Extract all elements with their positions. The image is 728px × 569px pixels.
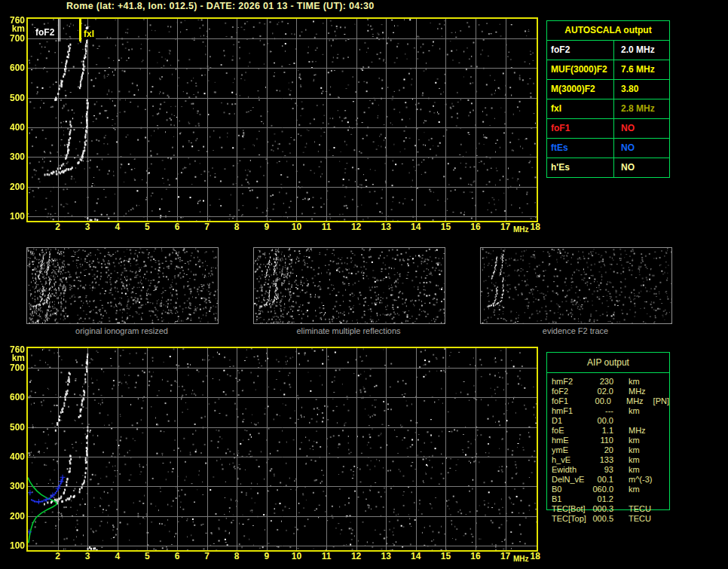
x-tick-label-bottom: 14	[406, 552, 426, 561]
aip-value: 1.1	[591, 426, 613, 436]
aip-row-TEC[Top]: TEC[Top]000.5TECU	[547, 514, 669, 524]
autoscala-row-fxI: fxI2.8 MHz	[547, 99, 669, 119]
aip-value: 133	[591, 455, 613, 465]
x-tick-label-bottom: 8	[227, 552, 246, 561]
autoscala-row-foF1: foF1NO	[547, 119, 669, 139]
autoscala-param-value: 7.6 MHz	[614, 60, 669, 79]
aip-table-rows: hmF2230kmfoF202.0MHzfoF100.0MHz[PN]hmF1-…	[547, 373, 669, 524]
autoscala-param-value: NO	[614, 119, 669, 138]
bottom-ionogram-plot	[26, 347, 538, 552]
aip-row-ymE: ymE20km	[547, 445, 669, 455]
aip-row-foF1: foF100.0MHz[PN]	[547, 396, 669, 406]
y-tick-label-top: 300	[2, 152, 25, 161]
y-tick-label-top: 100	[2, 212, 25, 221]
autoscala-param-label: ftEs	[547, 139, 614, 158]
autoscala-row-ftEs: ftEsNO	[547, 139, 669, 158]
x-tick-label-top: 5	[137, 222, 157, 232]
y-tick-label-bottom: 500	[2, 423, 25, 432]
autoscala-row-MUF(3000)F2: MUF(3000)F27.6 MHz	[547, 60, 669, 80]
autoscala-param-label: fxI	[547, 99, 614, 118]
aip-value: 060.0	[591, 485, 613, 494]
x-axis-unit-bottom: MHz	[513, 555, 529, 563]
x-tick-label-bottom: 4	[108, 552, 127, 561]
aip-label: B0	[547, 485, 591, 494]
y-tick-label-bottom: 200	[2, 512, 25, 521]
aip-unit: km	[629, 485, 640, 494]
x-tick-label-top: 9	[257, 222, 277, 232]
x-tick-label-top: 14	[406, 222, 426, 232]
foF2-marker-label: foF2	[34, 28, 56, 38]
aip-row-h_vE: h_vE133km	[547, 455, 669, 465]
aip-row-TEC[Bot]: TEC[Bot]000.3TECU	[547, 504, 669, 514]
x-tick-label-top: 3	[78, 222, 97, 232]
aip-label: ymE	[547, 445, 591, 455]
aip-unit: MHz	[626, 396, 644, 406]
autoscala-param-value: 2.0 MHz	[614, 41, 669, 60]
x-tick-label-bottom: 12	[347, 552, 366, 561]
aip-row-hmF2: hmF2230km	[547, 377, 669, 387]
x-tick-label-top: 13	[376, 222, 396, 232]
aip-row-B1: B101.2	[547, 494, 669, 504]
x-tick-label-top: 8	[227, 222, 246, 232]
y-tick-label-bottom: 300	[2, 482, 25, 491]
y-axis-unit-bottom: km	[2, 353, 25, 363]
x-tick-label-top: 17	[496, 222, 515, 232]
x-axis-unit-top: MHz	[513, 225, 529, 234]
y-axis-unit-top: km	[2, 24, 25, 33]
aip-unit: km	[629, 465, 640, 475]
x-tick-label-bottom: 17	[496, 552, 515, 561]
x-tick-label-bottom: 6	[167, 552, 187, 561]
x-tick-label-bottom: 2	[48, 552, 68, 561]
aip-label: TEC[Bot]	[547, 504, 591, 514]
autoscala-param-label: foF1	[547, 119, 614, 138]
aip-label: foF2	[547, 387, 591, 396]
autoscala-row-h'Es: h'EsNO	[547, 158, 669, 177]
aip-value: 230	[591, 377, 613, 387]
aip-value: 000.3	[591, 504, 613, 514]
page-title: Rome (lat: +41.8, lon: 012.5) - DATE: 20…	[66, 1, 375, 11]
autoscala-row-foF2: foF22.0 MHz	[547, 41, 669, 60]
aip-unit: MHz	[629, 426, 646, 436]
aip-value: 00.0	[589, 396, 611, 406]
aip-value: 110	[591, 436, 613, 445]
aip-value: 02.0	[591, 387, 613, 396]
aip-label: hmE	[547, 436, 591, 445]
top-ionogram-canvas	[28, 19, 537, 221]
aip-unit: km	[629, 455, 640, 465]
aip-value: 00.0	[591, 416, 613, 426]
aip-unit: km	[629, 406, 640, 416]
aip-row-Ewidth: Ewidth93km	[547, 465, 669, 475]
aip-row-foF2: foF202.0MHz	[547, 387, 669, 396]
y-tick-label-bottom: 600	[2, 393, 25, 402]
aip-unit: MHz	[629, 387, 646, 396]
autoscala-row-M(3000)F2: M(3000)F23.80	[547, 80, 669, 99]
aip-label: Ewidth	[547, 465, 591, 475]
x-tick-label-bottom: 5	[137, 552, 157, 561]
autoscala-param-label: foF2	[547, 41, 614, 60]
autoscala-param-label: h'Es	[547, 158, 614, 177]
y-tick-label-top: 400	[2, 123, 25, 132]
aip-label: foE	[547, 426, 591, 436]
x-tick-label-bottom: 15	[436, 552, 455, 561]
x-tick-label-top: 4	[108, 222, 127, 232]
x-tick-label-bottom: 7	[197, 552, 217, 561]
x-tick-label-top: 7	[197, 222, 217, 232]
bottom-ionogram-canvas	[28, 348, 537, 550]
aip-unit: m^(-3)	[629, 475, 652, 485]
aip-unit: TECU	[629, 504, 651, 514]
top-ionogram-plot	[26, 17, 538, 222]
autoscala-param-label: MUF(3000)F2	[547, 60, 614, 79]
autoscala-param-value: 3.80	[614, 80, 669, 99]
autoscala-param-label: M(3000)F2	[547, 80, 614, 99]
aip-row-D1: D100.0	[547, 416, 669, 426]
aip-unit: km	[629, 377, 640, 387]
fxI-marker-label: fxI	[82, 29, 96, 39]
aip-row-hmE: hmE110km	[547, 436, 669, 445]
aip-table-header: AIP output	[547, 353, 669, 373]
thumbnail-evidence-canvas	[481, 248, 671, 323]
x-tick-label-bottom: 13	[376, 552, 396, 561]
x-tick-label-top: 6	[167, 222, 187, 232]
aip-unit: TECU	[629, 514, 651, 524]
aip-value: 00.1	[591, 475, 613, 485]
x-tick-label-top: 11	[317, 222, 336, 232]
